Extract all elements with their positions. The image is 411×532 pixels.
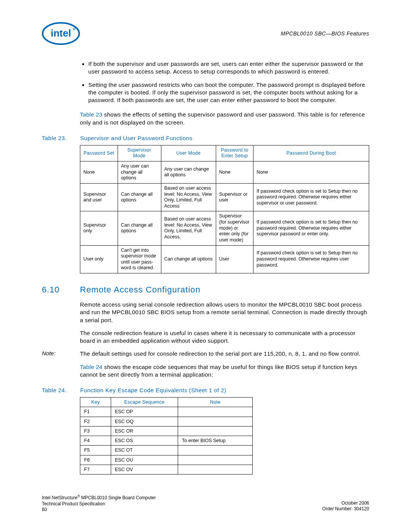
cell: Supervisor only (80, 211, 118, 245)
cell: F2 (80, 417, 111, 426)
intro-para-text: shows the effects of setting the supervi… (80, 111, 365, 125)
table24-title: Function Key Escape Code Equivalents (Sh… (80, 387, 226, 393)
footer-doc-type: Technical Product Specification (42, 501, 105, 506)
cell: If password check option is set to Setup… (253, 183, 369, 211)
cell: F7 (80, 465, 111, 474)
cell: ESC OT (111, 446, 178, 455)
cell: ESC OV (111, 465, 178, 474)
cell: F4 (80, 436, 111, 446)
cell: Can't get into supervisor mode until use… (118, 245, 161, 273)
cell: User only (80, 245, 118, 273)
table-row: F7ESC OV (80, 465, 253, 474)
section-6-10-header: 6.10 Remote Access Configuration (42, 285, 369, 295)
t24-h2: Note (178, 398, 253, 407)
footer-date: October 2006 (341, 500, 369, 506)
password-bullets: If both the supervisor and user password… (80, 60, 369, 104)
cell (178, 426, 253, 436)
cell: F6 (80, 455, 111, 465)
cell: If password check option is set to Setup… (253, 245, 369, 273)
table-row: F2ESC OQ (80, 417, 253, 426)
table-row: F4ESC OSTo enter BIOS Setup (80, 436, 253, 446)
cell: Based on user access level: No Access, V… (161, 211, 216, 245)
cell: ESC OS (111, 436, 178, 446)
cell: None (216, 161, 253, 184)
cell (178, 455, 253, 465)
table23-header-row: Password Set Supervisor Mode User Mode P… (80, 145, 369, 161)
table23-caption: Table 23. Supervisor and User Password F… (42, 135, 369, 141)
bullet-1: If both the supervisor and user password… (88, 60, 369, 76)
bullet-2: Setting the user password restricts who … (88, 81, 369, 104)
table24-header-row: Key Escape Sequence Note (80, 398, 253, 407)
cell: User (216, 245, 253, 273)
cell: None (80, 161, 118, 184)
cell (178, 465, 253, 474)
cell: Supervisor and user (80, 183, 118, 211)
cell: F1 (80, 407, 111, 417)
table-row: User only Can't get into supervisor mode… (80, 245, 369, 273)
escape-para-text: shows the escape code sequences that may… (80, 364, 357, 378)
cell: Can change all options (118, 211, 161, 245)
section-title: Remote Access Configuration (80, 285, 201, 295)
intro-para: Table 23 shows the effects of setting th… (80, 111, 369, 126)
cell (178, 407, 253, 417)
footer-product: Intel NetStructure (42, 495, 77, 500)
table24: Key Escape Sequence Note F1ESC OP F2ESC … (80, 397, 253, 474)
svg-text:R: R (74, 28, 75, 30)
cell: Can change all options (161, 245, 216, 273)
remote-para-2: The console redirection feature is usefu… (80, 329, 369, 345)
table24-caption: Table 24. Function Key Escape Code Equiv… (42, 387, 369, 393)
table23-ref-link[interactable]: Table 23 (80, 111, 102, 118)
table-row: F6ESC OU (80, 455, 253, 465)
t23-h4: Password During Boot (253, 145, 369, 161)
cell: Any user can change all options (118, 161, 161, 184)
table23-title: Supervisor and User Password Functions (80, 135, 193, 141)
cell (178, 446, 253, 455)
t23-h2: User Mode (161, 145, 216, 161)
svg-text:intel: intel (51, 27, 71, 39)
cell: To enter BIOS Setup (178, 436, 253, 446)
content-block-1: If both the supervisor and user password… (80, 60, 369, 126)
t24-h1: Escape Sequence (111, 398, 178, 407)
footer-right: October 2006 Order Number: 304120 (322, 494, 369, 513)
page-header: intel R MPCBL0010 SBC—BIOS Features (42, 22, 369, 45)
table-row: F3ESC OR (80, 426, 253, 436)
section-number: 6.10 (42, 285, 80, 295)
header-right-text: MPCBL0010 SBC—BIOS Features (281, 30, 369, 37)
cell: None (253, 161, 369, 184)
table23-label: Table 23. (42, 135, 78, 141)
table-row: F1ESC OP (80, 407, 253, 417)
table24-ref-link[interactable]: Table 24 (80, 364, 102, 370)
table-row: F5ESC OT (80, 446, 253, 455)
remote-para-1: Remote access using serial console redir… (80, 301, 369, 324)
cell: Any user can change all options (161, 161, 216, 184)
escape-para: Table 24 shows the escape code sequences… (80, 363, 369, 379)
cell: F3 (80, 426, 111, 436)
note-text: The default settings used for console re… (80, 350, 369, 358)
footer-left: Intel NetStructure® MPCBL0010 Single Boa… (42, 494, 156, 513)
table-row: Supervisor and user Can change all optio… (80, 183, 369, 211)
cell: Supervisor (for supervisor mode) or ente… (216, 211, 253, 245)
content-block-2: Remote access using serial console redir… (80, 301, 369, 345)
cell: ESC OR (111, 426, 178, 436)
footer-order-number: Order Number: 304120 (322, 506, 369, 511)
page-footer: Intel NetStructure® MPCBL0010 Single Boa… (42, 494, 369, 513)
table23: Password Set Supervisor Mode User Mode P… (80, 145, 369, 273)
intel-logo: intel R (42, 22, 80, 45)
cell (178, 417, 253, 426)
t23-h3: Password to Enter Setup (216, 145, 253, 161)
cell: Supervisor or user (216, 183, 253, 211)
cell: F5 (80, 446, 111, 455)
t23-h0: Password Set (80, 145, 118, 161)
table24-label: Table 24. (42, 387, 78, 393)
cell: If password check option is set to Setup… (253, 211, 369, 245)
footer-product-suffix: MPCBL0010 Single Board Computer (80, 495, 156, 500)
cell: ESC OU (111, 455, 178, 465)
cell: Based on user access level: No Access, V… (161, 183, 216, 211)
cell: ESC OP (111, 407, 178, 417)
page-number: 60 (42, 507, 47, 512)
cell: Can change all options (118, 183, 161, 211)
note-row: Note: The default settings used for cons… (42, 350, 369, 358)
t23-h1: Supervisor Mode (118, 145, 161, 161)
note-label: Note: (42, 350, 80, 358)
table-row: Supervisor only Can change all options B… (80, 211, 369, 245)
